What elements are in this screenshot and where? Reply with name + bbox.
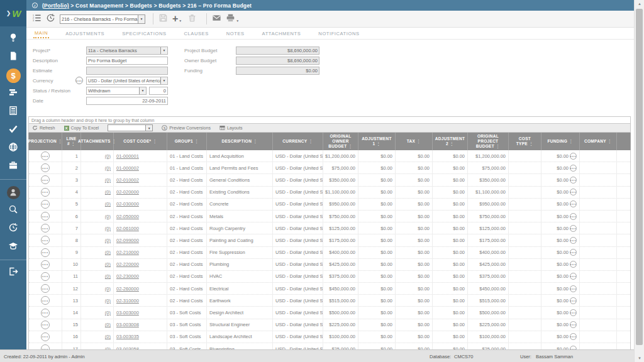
layouts-button[interactable]: Layouts <box>219 125 243 131</box>
funding-lookup-button[interactable]: ●●● <box>570 309 577 316</box>
sidebar-item-search[interactable] <box>0 203 26 218</box>
column-menu-icon[interactable]: ⋮ <box>152 139 157 143</box>
attachments-link[interactable]: (0) <box>105 286 111 292</box>
cost-code-link[interactable]: 03-003000 <box>116 310 139 315</box>
funding-lookup-button[interactable]: ●●● <box>570 189 577 195</box>
column-header-currency[interactable]: CURRENCY⋮ <box>273 133 323 150</box>
funding-lookup-button[interactable]: ●●● <box>570 333 577 340</box>
funding-lookup-button[interactable]: ●●● <box>570 177 577 184</box>
description-input[interactable]: Pro Forma Budget <box>86 57 168 65</box>
cost-code-link[interactable]: 02-210000 <box>116 250 139 255</box>
budget-line-row[interactable]: ●●●5(0)02-03000002 - Hard CostsConcreteU… <box>29 199 630 211</box>
info-icon[interactable]: i <box>32 3 38 8</box>
funding-lookup-button[interactable]: ●●● <box>570 225 577 232</box>
cost-code-link[interactable]: 02-260000 <box>116 286 139 292</box>
column-menu-icon[interactable]: ⋮ <box>376 141 380 146</box>
tab-notes[interactable]: NOTES <box>225 29 246 38</box>
revision-input[interactable]: 0 <box>149 87 168 95</box>
row-actions-button[interactable]: ●●● <box>41 272 50 281</box>
project-select[interactable]: 11a - Chelsea Barracks▼ <box>86 47 168 55</box>
row-actions-button[interactable]: ●●● <box>41 321 50 329</box>
funding-lookup-button[interactable]: ●●● <box>570 165 577 172</box>
sidebar-item-lightbulb[interactable] <box>0 31 26 47</box>
column-menu-icon[interactable]: ⋮ <box>450 141 454 146</box>
budget-line-row[interactable]: ●●●12(0)02-26000002 - Hard CostsElectric… <box>29 283 630 295</box>
cost-code-link[interactable]: 02-230000 <box>116 273 139 279</box>
row-actions-button[interactable]: ●●● <box>41 332 50 341</box>
chevron-down-icon[interactable]: ▼ <box>179 19 182 23</box>
add-record-button[interactable]: +▼ <box>172 14 183 24</box>
column-header-cost_type[interactable]: COST TYPE⋮ <box>509 133 541 150</box>
sidebar-item-logout[interactable] <box>0 265 26 280</box>
column-menu-icon[interactable]: ⋮ <box>608 139 612 143</box>
sidebar-item-briefcase[interactable] <box>0 159 26 174</box>
status-select[interactable]: Withdrawn▼ <box>86 87 147 95</box>
row-actions-button[interactable]: ●●● <box>41 200 50 209</box>
column-header-owner_budget[interactable]: ORIGINAL OWNER BUDGET⋮ <box>323 133 358 150</box>
vertical-scrollbar[interactable]: ▲ ▼ <box>634 0 644 362</box>
cost-code-link[interactable]: 02-310000 <box>116 298 139 304</box>
attachments-link[interactable]: (0) <box>105 310 111 315</box>
tab-specifications[interactable]: SPECIFICATIONS <box>121 29 167 38</box>
row-actions-button[interactable]: ●●● <box>41 296 50 305</box>
budget-line-row[interactable]: ●●●7(0)02-06100002 - Hard CostsRough Car… <box>29 222 630 234</box>
sidebar-item-calculator[interactable] <box>0 104 26 119</box>
column-header-adjustment1[interactable]: ADJUSTMENT 1⋮ <box>358 133 396 150</box>
cost-code-link[interactable]: 02-020000 <box>116 189 139 195</box>
chevron-down-icon[interactable]: ▼ <box>236 19 239 23</box>
email-button[interactable] <box>212 13 221 25</box>
attachments-link[interactable]: (0) <box>105 238 111 243</box>
cost-code-link[interactable]: 03-003008 <box>116 322 139 327</box>
column-header-tax[interactable]: TAX⋮ <box>396 133 433 150</box>
budget-line-row[interactable]: ●●●6(0)02-05000002 - Hard CostsMetalsUSD… <box>29 211 630 222</box>
row-actions-button[interactable]: ●●● <box>41 151 50 160</box>
cost-code-link[interactable]: 01-000002 <box>116 165 139 171</box>
funding-lookup-button[interactable]: ●●● <box>570 213 577 220</box>
record-selector[interactable]: 216 - Chelsea Barracks - Pro Forma B ▼ <box>60 14 145 24</box>
refresh-button[interactable]: Refresh <box>32 125 55 131</box>
chevron-down-icon[interactable]: ▼ <box>160 47 167 54</box>
sidebar-item-checkmark[interactable] <box>0 123 26 138</box>
chevron-down-icon[interactable]: ▼ <box>160 77 167 84</box>
sidebar-item-layers[interactable] <box>0 86 26 101</box>
column-menu-icon[interactable]: ⋮ <box>348 144 352 148</box>
column-menu-icon[interactable]: ⋮ <box>496 144 500 148</box>
sidebar-item-user-avatar[interactable] <box>0 185 26 200</box>
funding-lookup-button[interactable]: ●●● <box>570 285 577 292</box>
chevron-down-icon[interactable]: ▼ <box>145 125 152 131</box>
cost-code-link[interactable]: 02-030000 <box>116 201 139 207</box>
attachments-link[interactable]: (0) <box>105 273 111 279</box>
attachments-link[interactable]: (0) <box>105 322 111 327</box>
row-actions-button[interactable]: ●●● <box>41 248 50 257</box>
cost-code-link[interactable]: 01-000001 <box>116 153 139 159</box>
chevron-down-icon[interactable]: ▼ <box>138 15 145 23</box>
sidebar-item-dollar[interactable]: $ <box>0 68 26 83</box>
breadcrumb-portfolio-link[interactable]: (Portfolio) <box>42 3 69 9</box>
column-menu-icon[interactable]: ⋮ <box>308 139 313 143</box>
attachments-link[interactable]: (0) <box>105 250 111 255</box>
funding-lookup-button[interactable]: ●●● <box>570 153 577 160</box>
row-actions-button[interactable]: ●●● <box>41 175 50 184</box>
row-actions-button[interactable]: ●●● <box>41 224 50 233</box>
budget-line-row[interactable]: ●●●17(0)03-00305803 - Soft CostsBlueprin… <box>29 343 630 349</box>
budget-line-row[interactable]: ●●●15(0)03-00300803 - Soft CostsStructur… <box>29 319 630 331</box>
record-history-button[interactable] <box>46 13 55 25</box>
attachments-link[interactable]: (0) <box>105 214 111 219</box>
column-menu-icon[interactable]: ⋮ <box>569 139 573 143</box>
print-button[interactable]: ▼ <box>226 13 240 25</box>
budget-line-row[interactable]: ●●●8(0)02-09900002 - Hard CostsPainting … <box>29 234 630 246</box>
attachments-link[interactable]: (0) <box>105 189 111 195</box>
tab-notifications[interactable]: NOTIFICATIONS <box>317 29 360 38</box>
cost-code-link[interactable]: 03-003035 <box>116 334 139 339</box>
attachments-link[interactable]: (0) <box>105 177 111 183</box>
budget-line-row[interactable]: ●●●13(0)02-31000002 - Hard CostsEarthwor… <box>29 295 630 307</box>
column-header-adjustment2[interactable]: ADJUSTMENT 2⋮ <box>433 133 468 150</box>
column-menu-icon[interactable]: ⋮ <box>253 139 257 143</box>
budget-line-row[interactable]: ●●●1(0)01-00000101 - Land CostsLand Acqu… <box>29 150 630 162</box>
funding-lookup-button[interactable]: ●●● <box>570 249 577 256</box>
column-menu-icon[interactable]: ⋮ <box>71 141 75 146</box>
record-list-button[interactable]: 123 <box>32 13 42 25</box>
sidebar-item-history[interactable] <box>0 221 26 236</box>
row-actions-button[interactable]: ●●● <box>41 260 50 269</box>
column-menu-icon[interactable]: ⋮ <box>416 139 421 143</box>
